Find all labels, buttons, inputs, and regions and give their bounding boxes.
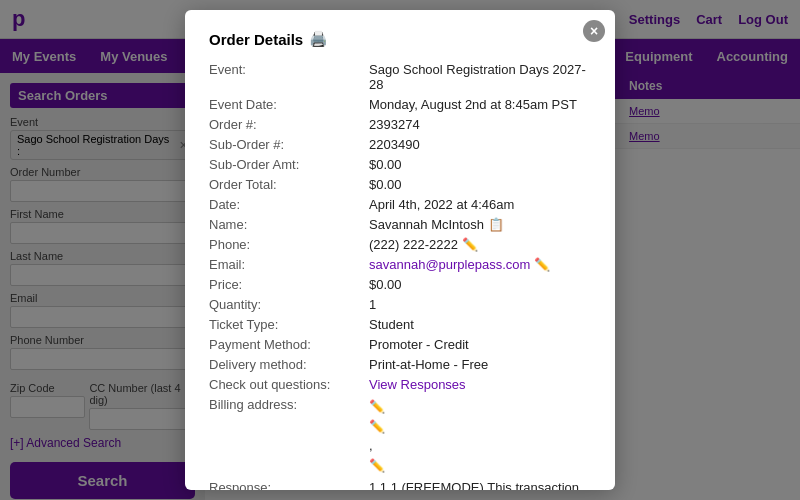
name-edit-icon[interactable]: 📋 — [488, 217, 504, 232]
modal-value-name: Savannah McIntosh 📋 — [369, 217, 591, 232]
modal-row-ordertotal: Order Total: $0.00 — [209, 177, 591, 192]
modal-row-name: Name: Savannah McIntosh 📋 — [209, 217, 591, 232]
modal-value-suborderamt: $0.00 — [369, 157, 591, 172]
modal-row-checkout: Check out questions: View Responses — [209, 377, 591, 392]
modal-value-suborder: 2203490 — [369, 137, 591, 152]
modal-label-eventdate: Event Date: — [209, 97, 369, 112]
modal-label-payment: Payment Method: — [209, 337, 369, 352]
email-link[interactable]: savannah@purplepass.com — [369, 257, 530, 272]
modal-label-checkout: Check out questions: — [209, 377, 369, 392]
modal-title: Order Details 🖨️ — [209, 30, 591, 48]
modal-row-quantity: Quantity: 1 — [209, 297, 591, 312]
modal-row-date: Date: April 4th, 2022 at 4:46am — [209, 197, 591, 212]
modal-label-suborderamt: Sub-Order Amt: — [209, 157, 369, 172]
modal-row-price: Price: $0.00 — [209, 277, 591, 292]
modal-close-button[interactable]: × — [583, 20, 605, 42]
modal-value-payment: Promoter - Credit — [369, 337, 591, 352]
modal-label-phone: Phone: — [209, 237, 369, 252]
modal-overlay: Order Details 🖨️ × Event: Sago School Re… — [0, 0, 800, 500]
modal-value-delivery: Print-at-Home - Free — [369, 357, 591, 372]
modal-row-payment: Payment Method: Promoter - Credit — [209, 337, 591, 352]
phone-edit-icon[interactable]: ✏️ — [462, 237, 478, 252]
modal-label-date: Date: — [209, 197, 369, 212]
modal-label-ordertotal: Order Total: — [209, 177, 369, 192]
modal-value-order: 2393274 — [369, 117, 591, 132]
modal-value-event: Sago School Registration Days 2027-28 — [369, 62, 591, 92]
modal-row-billing: Billing address: ✏️ ✏️ , ✏️ — [209, 397, 591, 475]
modal-label-event: Event: — [209, 62, 369, 92]
modal-value-eventdate: Monday, August 2nd at 8:45am PST — [369, 97, 591, 112]
modal-value-checkout: View Responses — [369, 377, 591, 392]
modal-row-event: Event: Sago School Registration Days 202… — [209, 62, 591, 92]
modal-title-icon: 🖨️ — [309, 30, 328, 48]
modal-title-text: Order Details — [209, 31, 303, 48]
modal-label-response: Response: — [209, 480, 369, 490]
modal-label-email: Email: — [209, 257, 369, 272]
modal-label-quantity: Quantity: — [209, 297, 369, 312]
modal-row-suborder: Sub-Order #: 2203490 — [209, 137, 591, 152]
modal-value-email: savannah@purplepass.com ✏️ — [369, 257, 591, 272]
modal-value-phone: (222) 222-2222 ✏️ — [369, 237, 591, 252]
modal-label-tickettype: Ticket Type: — [209, 317, 369, 332]
billing-edit-icon-3[interactable]: ✏️ — [369, 456, 591, 476]
modal-value-tickettype: Student — [369, 317, 591, 332]
modal-label-delivery: Delivery method: — [209, 357, 369, 372]
modal-value-quantity: 1 — [369, 297, 591, 312]
modal-row-suborderamt: Sub-Order Amt: $0.00 — [209, 157, 591, 172]
modal-label-billing: Billing address: — [209, 397, 369, 475]
billing-edit-icon-2[interactable]: ✏️ — [369, 417, 591, 437]
modal-row-order: Order #: 2393274 — [209, 117, 591, 132]
view-responses-link[interactable]: View Responses — [369, 377, 466, 392]
billing-comma: , — [369, 436, 591, 456]
modal-row-delivery: Delivery method: Print-at-Home - Free — [209, 357, 591, 372]
billing-edit-icon-1[interactable]: ✏️ — [369, 397, 591, 417]
modal-label-order: Order #: — [209, 117, 369, 132]
modal-label-price: Price: — [209, 277, 369, 292]
modal-row-tickettype: Ticket Type: Student — [209, 317, 591, 332]
modal-row-email: Email: savannah@purplepass.com ✏️ — [209, 257, 591, 272]
modal-value-response: 1,1,1,(FREEMODE) This transaction has be… — [369, 480, 591, 490]
order-details-modal: Order Details 🖨️ × Event: Sago School Re… — [185, 10, 615, 490]
modal-label-suborder: Sub-Order #: — [209, 137, 369, 152]
modal-value-price: $0.00 — [369, 277, 591, 292]
modal-value-ordertotal: $0.00 — [369, 177, 591, 192]
modal-value-billing: ✏️ ✏️ , ✏️ — [369, 397, 591, 475]
modal-row-phone: Phone: (222) 222-2222 ✏️ — [209, 237, 591, 252]
modal-row-eventdate: Event Date: Monday, August 2nd at 8:45am… — [209, 97, 591, 112]
modal-row-response: Response: 1,1,1,(FREEMODE) This transact… — [209, 480, 591, 490]
modal-value-date: April 4th, 2022 at 4:46am — [369, 197, 591, 212]
modal-label-name: Name: — [209, 217, 369, 232]
email-edit-icon[interactable]: ✏️ — [534, 257, 550, 272]
